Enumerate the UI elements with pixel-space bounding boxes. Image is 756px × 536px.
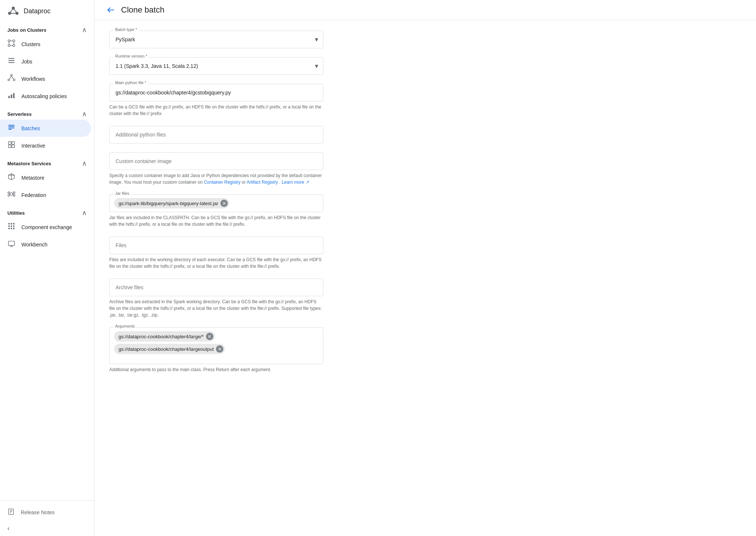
svg-line-41 xyxy=(13,193,13,194)
page-title: Clone batch xyxy=(121,5,164,15)
sidebar-item-workflows[interactable]: Workflows xyxy=(0,70,91,87)
page-header: Clone batch xyxy=(94,0,756,20)
svg-rect-50 xyxy=(8,228,10,229)
sidebar-section-jobs-on-clusters[interactable]: Jobs on Clusters ∧ xyxy=(0,22,94,35)
custom-container-image-input[interactable] xyxy=(109,152,323,170)
svg-rect-32 xyxy=(12,145,14,148)
svg-point-18 xyxy=(8,79,10,81)
batches-icon xyxy=(7,123,16,133)
batch-type-label: Batch type * xyxy=(114,27,138,32)
container-registry-link[interactable]: Container Registry xyxy=(204,180,240,185)
sidebar-item-label-workbench: Workbench xyxy=(21,242,48,248)
svg-rect-23 xyxy=(11,94,12,98)
files-input[interactable] xyxy=(109,236,323,254)
svg-point-37 xyxy=(13,192,15,194)
autoscaling-icon xyxy=(7,91,16,101)
main-content-area: Clone batch Batch type * PySparkSparkSpa… xyxy=(94,0,756,536)
sidebar-collapse-button[interactable]: ‹ xyxy=(0,521,94,536)
additional-python-files-field xyxy=(109,126,338,143)
svg-rect-31 xyxy=(8,145,11,148)
dataproc-logo-icon xyxy=(7,5,19,17)
chevron-up-icon-utilities: ∧ xyxy=(82,209,87,217)
custom-container-image-field xyxy=(109,152,338,170)
sidebar-item-jobs[interactable]: Jobs xyxy=(0,53,91,70)
sidebar-item-federation[interactable]: Federation xyxy=(0,186,91,204)
svg-rect-47 xyxy=(8,225,10,227)
sidebar-item-release-notes[interactable]: Release Notes xyxy=(0,504,94,521)
sidebar-section-label-utilities: Utilities xyxy=(7,210,25,216)
svg-point-7 xyxy=(13,40,15,42)
svg-rect-44 xyxy=(8,223,10,225)
jar-files-field: Jar files gs://spark-lib/bigquery/spark-… xyxy=(109,194,338,212)
svg-rect-22 xyxy=(8,96,10,98)
main-python-file-field: Main python file * xyxy=(109,84,338,101)
svg-rect-46 xyxy=(13,223,15,225)
additional-python-files-input[interactable] xyxy=(109,126,323,143)
sidebar-item-label-autoscaling: Autoscaling policies xyxy=(21,93,67,99)
arguments-field: Arguments gs://dataproc-cookbook/chapter… xyxy=(109,327,338,364)
sidebar-item-component-exchange[interactable]: Component exchange xyxy=(0,218,91,236)
sidebar-item-clusters[interactable]: Clusters xyxy=(0,35,91,53)
sidebar-item-label-interactive: Interactive xyxy=(21,143,45,149)
sidebar-item-autoscaling[interactable]: Autoscaling policies xyxy=(0,87,91,105)
sidebar-section-label-metastore: Metastore Services xyxy=(7,161,51,166)
back-button[interactable] xyxy=(106,6,115,14)
svg-rect-28 xyxy=(8,129,12,130)
jar-files-tag-input[interactable]: gs://spark-lib/bigquery/spark-bigquery-l… xyxy=(109,194,323,212)
runtime-version-select[interactable]: 1.1 (Spark 3.3, Java 11, Scala 2.12)1.0 … xyxy=(109,57,323,75)
main-python-file-hint: Can be a GCS file with the gs:// prefix,… xyxy=(109,104,323,117)
archive-files-field xyxy=(109,279,338,296)
tag-arg1-remove-button[interactable]: ✕ xyxy=(206,333,213,340)
svg-point-19 xyxy=(13,79,15,81)
sidebar-header: Dataproc xyxy=(0,0,94,22)
sidebar-item-metastore[interactable]: Metastore xyxy=(0,169,91,186)
sidebar-item-label-batches: Batches xyxy=(21,125,40,131)
learn-more-link[interactable]: Learn more ↗ xyxy=(282,180,309,185)
svg-rect-24 xyxy=(13,93,15,98)
runtime-version-label: Runtime version * xyxy=(114,54,149,58)
svg-point-38 xyxy=(8,194,10,196)
sidebar-item-interactive[interactable]: Interactive xyxy=(0,137,91,154)
sidebar-section-serverless[interactable]: Serverless ∧ xyxy=(0,106,94,120)
main-python-file-input[interactable] xyxy=(109,84,323,101)
svg-point-8 xyxy=(8,45,10,47)
svg-rect-29 xyxy=(8,142,11,144)
sidebar-section-label-jobs: Jobs on Clusters xyxy=(7,27,46,33)
artifact-registry-link[interactable]: Artifact Registry xyxy=(247,180,278,185)
sidebar-item-batches[interactable]: Batches xyxy=(0,120,91,137)
interactive-icon xyxy=(7,141,16,151)
sidebar-section-utilities[interactable]: Utilities ∧ xyxy=(0,205,94,218)
sidebar-item-label-workflows: Workflows xyxy=(21,76,45,82)
federation-icon xyxy=(7,190,16,200)
svg-point-9 xyxy=(13,45,15,47)
svg-rect-51 xyxy=(11,228,12,229)
batch-type-field: Batch type * PySparkSparkSparkRSparkSQL … xyxy=(109,31,338,48)
archive-files-hint: Archive files are extracted in the Spark… xyxy=(109,298,323,318)
svg-rect-16 xyxy=(8,62,15,63)
sidebar-item-workbench[interactable]: Workbench xyxy=(0,236,91,253)
svg-point-17 xyxy=(11,74,13,76)
main-python-file-label: Main python file * xyxy=(114,80,148,85)
arguments-hint: Additional arguments to pass to the main… xyxy=(109,366,323,373)
tag-arg2-remove-button[interactable]: ✕ xyxy=(216,345,223,353)
svg-rect-52 xyxy=(13,228,15,229)
collapse-icon: ‹ xyxy=(7,525,10,532)
sidebar-section-label-serverless: Serverless xyxy=(7,111,32,117)
tag-remove-button[interactable]: ✕ xyxy=(220,200,228,207)
svg-rect-14 xyxy=(8,58,15,59)
svg-rect-53 xyxy=(8,241,15,246)
release-notes-label: Release Notes xyxy=(21,509,55,515)
batch-type-select[interactable]: PySparkSparkSparkRSparkSQL xyxy=(109,31,323,48)
sidebar-item-label-component-exchange: Component exchange xyxy=(21,224,72,230)
clusters-icon xyxy=(7,39,16,49)
svg-rect-45 xyxy=(11,223,12,225)
archive-files-input[interactable] xyxy=(109,279,323,296)
sidebar-item-label-jobs: Jobs xyxy=(21,59,32,65)
svg-rect-26 xyxy=(8,126,15,127)
arguments-tag-input[interactable]: gs://dataproc-cookbook/chapter4/large/* … xyxy=(109,327,323,364)
svg-rect-27 xyxy=(8,128,15,128)
sidebar-section-metastore[interactable]: Metastore Services ∧ xyxy=(0,156,94,169)
files-field xyxy=(109,236,338,254)
svg-line-4 xyxy=(10,8,13,13)
sidebar: Dataproc Jobs on Clusters ∧ Clusters Job… xyxy=(0,0,94,536)
